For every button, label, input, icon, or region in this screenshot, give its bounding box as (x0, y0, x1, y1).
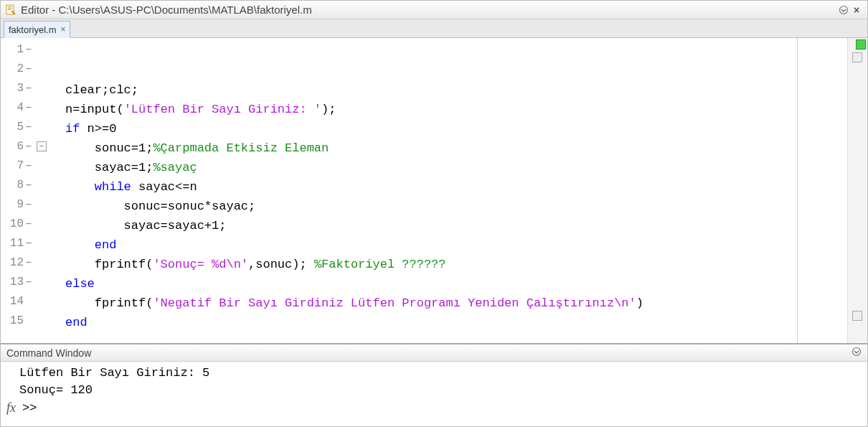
tab-close-icon[interactable]: × (60, 24, 65, 34)
code-line[interactable]: end (65, 313, 847, 332)
command-window-body[interactable]: Lütfen Bir Sayı Giriniz: 5 Sonuç= 120 fx… (1, 362, 867, 426)
code-line[interactable]: while sayac<=n (65, 177, 847, 197)
close-icon[interactable]: × (850, 4, 863, 17)
code-line[interactable]: n=input('Lütfen Bir Sayı Giriniz: '); (65, 100, 847, 119)
code-line[interactable]: fprintf('Sonuç= %d\n',sonuc); %Faktoriye… (65, 255, 847, 274)
code-line[interactable]: else (65, 274, 847, 294)
code-line[interactable] (65, 332, 847, 343)
svg-point-5 (853, 348, 861, 356)
gutter-line: 11– (1, 233, 51, 253)
scroll-arrow-down-icon[interactable] (852, 311, 862, 321)
svg-rect-2 (8, 8, 12, 9)
scroll-arrow-up-icon[interactable] (852, 52, 862, 62)
fold-toggle-icon[interactable]: − (37, 141, 47, 151)
scrollbar-overview[interactable] (847, 38, 867, 343)
svg-point-4 (840, 6, 848, 14)
editor-icon (5, 4, 16, 16)
gutter-line: 6–− (1, 136, 51, 156)
editor-titlebar: Editor - C:\Users\ASUS-PC\Documents\MATL… (1, 1, 867, 19)
svg-rect-3 (8, 9, 11, 10)
gutter-line: 5– (1, 117, 51, 136)
code-area[interactable]: clear;clc;n=input('Lütfen Bir Sayı Girin… (51, 38, 847, 343)
code-line[interactable]: clear;clc; (65, 80, 847, 100)
editor-pane: 1–2–3–4–5–6–−7–8–9–10–11–12–13–1415 clea… (1, 38, 867, 344)
gutter-line: 4– (1, 98, 51, 117)
gutter-line: 14 (1, 291, 51, 311)
tab-faktoriyel[interactable]: faktoriyel.m × (4, 21, 70, 38)
command-window-dock-icon[interactable] (852, 347, 862, 359)
tab-strip: faktoriyel.m × (1, 19, 867, 38)
gutter-line: 12– (1, 253, 51, 272)
gutter-line: 1– (1, 39, 51, 59)
gutter-line: 15 (1, 311, 51, 330)
gutter-line: 7– (1, 156, 51, 175)
code-line[interactable]: sayac=1;%sayaç (65, 158, 847, 177)
gutter-line: 2– (1, 59, 51, 78)
code-line[interactable]: sayac=sayac+1; (65, 216, 847, 235)
command-window-title: Command Window (6, 347, 91, 359)
fx-icon[interactable]: fx (6, 400, 22, 416)
right-margin-line (797, 38, 798, 343)
code-line[interactable]: fprintf('Negatif Bir Sayı Girdiniz Lütfe… (65, 294, 847, 313)
command-window-titlebar: Command Window (1, 344, 867, 362)
gutter-line: 3– (1, 78, 51, 98)
gutter-line: 10– (1, 214, 51, 233)
editor-title: Editor - C:\Users\ASUS-PC\Documents\MATL… (21, 4, 312, 16)
dock-icon[interactable] (837, 4, 850, 17)
command-prompt: >> (22, 401, 37, 415)
gutter-line: 13– (1, 272, 51, 291)
code-status-indicator (856, 39, 866, 50)
line-gutter: 1–2–3–4–5–6–−7–8–9–10–11–12–13–1415 (1, 38, 51, 343)
gutter-line: 8– (1, 175, 51, 194)
command-output-line: Lütfen Bir Sayı Giriniz: 5 (6, 365, 862, 382)
code-line[interactable]: sonuc=sonuc*sayac; (65, 197, 847, 216)
tab-label: faktoriyel.m (9, 24, 56, 35)
gutter-line: 9– (1, 194, 51, 214)
svg-rect-1 (8, 6, 12, 7)
code-line[interactable]: sonuc=1;%Çarpmada Etkisiz Eleman (65, 139, 847, 158)
code-line[interactable]: end (65, 235, 847, 255)
code-line[interactable]: if n>=0 (65, 119, 847, 139)
command-output-line: Sonuç= 120 (6, 382, 862, 399)
